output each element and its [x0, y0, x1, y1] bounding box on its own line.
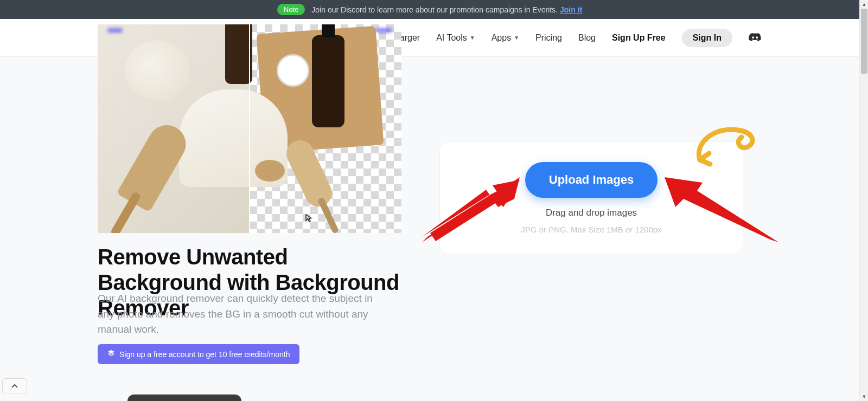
cursor-icon: [305, 214, 314, 222]
annotation-red-arrow-left-icon: [422, 177, 520, 242]
annotation-red-arrow-right-icon: [665, 177, 778, 242]
page-content: Remove Unwanted Background with Backgrou…: [0, 57, 859, 401]
announcement-text-span: Join our Discord to learn more about our…: [311, 5, 558, 14]
nav-signup-free[interactable]: Sign Up Free: [612, 33, 666, 43]
nav-pricing[interactable]: Pricing: [535, 33, 562, 43]
layers-icon: [107, 350, 115, 359]
scroll-to-top-button[interactable]: [2, 378, 27, 393]
nav-blog[interactable]: Blog: [578, 33, 596, 43]
nav-ai-tools[interactable]: AI Tools ▼: [436, 33, 475, 43]
nav-sign-in[interactable]: Sign In: [682, 29, 732, 47]
nav-apps-label: Apps: [492, 33, 511, 43]
announcement-link[interactable]: Join it: [560, 5, 582, 14]
signup-credits-button[interactable]: Sign up a free account to get 10 free cr…: [98, 344, 299, 364]
annotation-curly-arrow-icon: [692, 122, 768, 171]
upload-limits-text: JPG or PNG. Max Size 1MB or 1200px: [521, 225, 661, 234]
svg-marker-2: [665, 177, 778, 242]
vertical-scrollbar[interactable]: ▲ ▼: [859, 0, 868, 401]
scroll-down-icon[interactable]: ▼: [860, 392, 868, 401]
main-nav: Image Enlarger AI Tools ▼ Apps ▼ Pricing…: [361, 29, 762, 47]
bottom-tray: [127, 394, 241, 401]
after-badge: [376, 28, 392, 33]
announcement-text: Join our Discord to learn more about our…: [311, 5, 582, 14]
scroll-up-icon[interactable]: ▲: [860, 0, 868, 9]
nav-ai-tools-label: AI Tools: [436, 33, 467, 43]
compare-divider[interactable]: [249, 24, 250, 233]
note-pill: Note: [277, 4, 305, 15]
drag-drop-text: Drag and drop images: [546, 208, 637, 218]
chevron-down-icon: ▼: [470, 35, 475, 41]
scrollbar-thumb[interactable]: [861, 9, 867, 74]
upload-images-button[interactable]: Upload Images: [525, 162, 658, 198]
before-badge: [107, 28, 123, 33]
signup-credits-label: Sign up a free account to get 10 free cr…: [119, 350, 290, 359]
announcement-bar: Note Join our Discord to learn more abou…: [0, 0, 859, 19]
page-subtext: Our AI background remover can quickly de…: [98, 291, 391, 338]
before-after-image: [98, 24, 401, 233]
chevron-down-icon: ▼: [514, 35, 519, 41]
discord-icon[interactable]: [749, 33, 762, 43]
nav-apps[interactable]: Apps ▼: [492, 33, 519, 43]
